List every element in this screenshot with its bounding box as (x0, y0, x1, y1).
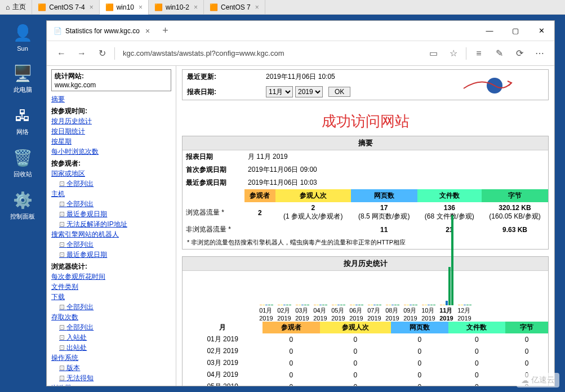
vm-tab-icon: ⌂ (6, 3, 10, 11)
browser-titlebar: 📄 Statistics for www.kgc.co × + — ▢ ✕ (47, 21, 554, 41)
vm-tab[interactable]: 🟧CentOS 7× (204, 0, 265, 15)
close-button[interactable]: ✕ (528, 21, 554, 41)
minimize-button[interactable]: — (477, 21, 502, 41)
vm-tab-label: CentOS 7 (221, 3, 251, 11)
header-pages: 网页数 (351, 189, 417, 202)
nav-link[interactable]: 国家或地区 (51, 169, 171, 179)
nav-link[interactable]: 按星期 (51, 137, 171, 146)
desktop-icon-network[interactable]: 🖧网络 (6, 105, 39, 136)
desktop-icon-label: 此电脑 (14, 86, 32, 94)
month-label: 10月2019 (421, 306, 435, 322)
vm-tab[interactable]: 🟧win10-2× (149, 0, 204, 15)
nav-link[interactable]: 浏览器 (51, 384, 171, 386)
nav-link[interactable]: 操作系统 (51, 353, 171, 363)
nav-link[interactable]: 搜索引擎网站的机器人 (51, 230, 171, 239)
vm-tab[interactable]: ⌂主页 (0, 0, 32, 15)
nav-sublink[interactable]: 全部列出 (59, 179, 171, 189)
url-bar[interactable] (123, 46, 417, 61)
month-label: 04月2019 (313, 306, 327, 322)
new-tab-button[interactable]: + (157, 25, 174, 37)
tab-close-icon[interactable]: × (145, 26, 150, 35)
month-label: 06月2019 (349, 306, 363, 322)
page-icon: 📄 (54, 27, 62, 35)
year-select[interactable]: 2019 (295, 86, 323, 97)
vm-tab-bar: ⌂主页🟧CentOS 7-4×🟧win10×🟧win10-2×🟧CentOS 7… (0, 0, 565, 15)
month-label: 03月2019 (295, 306, 309, 322)
nav-link[interactable]: 每小时浏览次数 (51, 147, 171, 157)
nav-header: 按参观时间: (51, 106, 171, 116)
header-visitors: 参观者 (244, 189, 275, 202)
control-icon: ⚙️ (12, 190, 33, 210)
nav-header: 按参观者: (51, 159, 171, 168)
desktop-icon-label: 网络 (16, 128, 29, 136)
ok-button[interactable]: OK (328, 87, 350, 97)
nav-link[interactable]: 按日期统计 (51, 127, 171, 136)
month-label: 07月2019 (367, 306, 381, 322)
last-update-value: 2019年11月06日 10:05 (266, 72, 335, 82)
header-visits: 参观人次 (275, 189, 351, 202)
nav-sublink[interactable]: 全部列出 (59, 199, 171, 209)
nav-sublink[interactable]: 版本 (59, 363, 171, 373)
user-icon: 👤 (12, 23, 33, 43)
summary-note: * 非浏览的流量包括搜索引擎机器人，蠕虫病毒产生的流量和非正常的HTTP相应 (183, 236, 548, 249)
table-row: 02月 201900000 (183, 345, 548, 357)
desktop-icon-pc[interactable]: 🖥️此电脑 (6, 63, 39, 94)
watermark: ☁ 亿速云 (517, 373, 559, 387)
reading-icon[interactable]: ▭ (423, 43, 443, 64)
vm-tab-icon: 🟧 (210, 3, 218, 11)
month-label: 09月2019 (403, 306, 417, 322)
nav-sublink[interactable]: 全部列出 (59, 240, 171, 250)
nav-link[interactable]: 摘要 (51, 95, 171, 104)
nav-link[interactable]: 按月历史统计 (51, 117, 171, 126)
browser-tab[interactable]: 📄 Statistics for www.kgc.co × (47, 21, 157, 41)
awstats-logo (458, 74, 514, 99)
nav-link[interactable]: 主机 (51, 189, 171, 199)
desktop-icon-recycle[interactable]: 🗑️回收站 (6, 148, 39, 179)
table-row: 03月 201900000 (183, 357, 548, 369)
nav-sublink[interactable]: 出站处 (59, 343, 171, 353)
vm-tab-label: CentOS 7-4 (49, 3, 84, 11)
back-button[interactable]: ← (51, 43, 72, 64)
vm-tab[interactable]: 🟧CentOS 7-4× (32, 0, 99, 15)
nav-sublink[interactable]: 入站处 (59, 333, 171, 342)
info-label: 最近参观日期 (183, 176, 244, 189)
close-icon[interactable]: × (90, 3, 94, 11)
desktop-icon-user[interactable]: 👤Sun (6, 23, 39, 52)
notes-icon[interactable]: ✎ (489, 43, 509, 64)
nav-link[interactable]: 下载 (51, 292, 171, 302)
nav-sublink[interactable]: 最近参观日期 (59, 210, 171, 219)
summary-title: 摘要 (183, 136, 548, 150)
close-icon[interactable]: × (194, 3, 198, 11)
hub-icon[interactable]: ≡ (469, 43, 489, 64)
nav-sublink[interactable]: 无法反解译的IP地址 (59, 220, 171, 229)
nav-link[interactable]: 存取次数 (51, 313, 171, 322)
desktop-icon-control[interactable]: ⚙️控制面板 (6, 190, 39, 221)
refresh-button[interactable]: ↻ (92, 43, 112, 64)
more-icon[interactable]: ⋯ (530, 43, 550, 64)
nav-sublink[interactable]: 无法得知 (59, 373, 171, 383)
maximize-button[interactable]: ▢ (502, 21, 528, 41)
browser-window: 📄 Statistics for www.kgc.co × + — ▢ ✕ ← … (46, 20, 555, 386)
awstats-sidebar: 统计网站: www.kgc.com 摘要按参观时间:按月历史统计按日期统计按星期… (47, 66, 176, 386)
favorite-icon[interactable]: ☆ (443, 43, 464, 64)
info-value: 2019年11月06日 10:03 (244, 176, 548, 189)
info-value: 2019年11月06日 09:00 (244, 163, 548, 176)
month-label: 01月2019 (259, 306, 273, 322)
nav-sublink[interactable]: 最近参观日期 (59, 250, 171, 260)
info-label: 报表日期 (183, 150, 244, 163)
desktop-icon-label: 控制面板 (10, 212, 35, 221)
nav-sublink[interactable]: 全部列出 (59, 302, 171, 312)
last-update-label: 最近更新: (187, 72, 266, 82)
vm-tab-label: 主页 (12, 2, 26, 12)
vm-tab[interactable]: 🟧win10× (100, 0, 149, 15)
close-icon[interactable]: × (255, 3, 259, 11)
site-url: www.kgc.com (55, 81, 168, 89)
nav-link[interactable]: 文件类别 (51, 282, 171, 292)
share-icon[interactable]: ⟳ (509, 43, 530, 64)
close-icon[interactable]: × (139, 3, 143, 11)
forward-button[interactable]: → (72, 43, 92, 64)
nav-link[interactable]: 每次参观所花时间 (51, 272, 171, 282)
month-select[interactable]: 11月 (266, 86, 293, 97)
nav-sublink[interactable]: 全部列出 (59, 323, 171, 332)
info-value: 月 11月 2019 (244, 150, 548, 163)
